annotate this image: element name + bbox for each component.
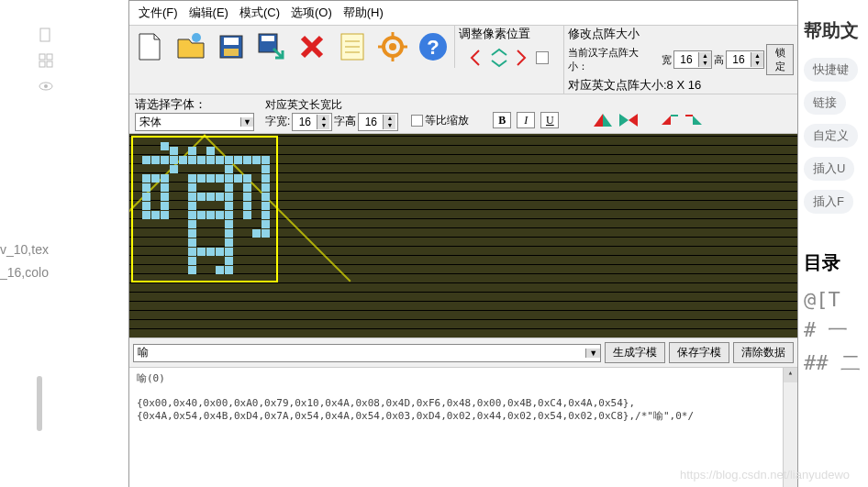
bold-button[interactable]: B: [493, 112, 511, 128]
char-input-combo[interactable]: ▼: [133, 344, 601, 362]
grid-icon[interactable]: [39, 53, 53, 68]
watermark: https://blog.csdn.net/lianyudewo: [680, 468, 850, 481]
scale-checkbox[interactable]: [411, 115, 423, 127]
toc-l1[interactable]: @[T: [804, 288, 862, 311]
saveas-icon[interactable]: [252, 28, 291, 66]
width-spinner[interactable]: ▲▼: [673, 50, 712, 69]
svg-rect-4: [47, 61, 52, 67]
output-header: 喻(0): [137, 371, 790, 385]
tag-custom[interactable]: 自定义: [804, 124, 858, 148]
save-icon[interactable]: [212, 28, 250, 66]
svg-rect-1: [39, 54, 45, 60]
font-combo[interactable]: ▼: [135, 113, 254, 131]
arrow-left-icon[interactable]: [470, 49, 483, 67]
svg-point-6: [44, 84, 48, 88]
italic-button[interactable]: I: [517, 112, 535, 128]
output-line1: {0x00,0x40,0x00,0xA0,0x79,0x10,0x4A,0x08…: [137, 397, 790, 409]
pixel-grid[interactable]: [129, 134, 797, 338]
svg-point-18: [389, 43, 396, 50]
notes-icon[interactable]: [333, 28, 372, 66]
scale-label: 等比缩放: [425, 113, 469, 128]
height-spinner[interactable]: ▲▼: [726, 50, 764, 69]
left-scrollbar[interactable]: [37, 376, 42, 431]
menubar: 文件(F) 编辑(E) 模式(C) 选项(O) 帮助(H): [129, 1, 797, 26]
left-gutter: v_10,tex _16,colo: [0, 0, 92, 487]
help-icon[interactable]: ?: [414, 28, 452, 66]
pixel-adjust-title: 调整像素位置: [459, 26, 560, 42]
en-size-label: 对应英文点阵大小:8 X 16: [568, 77, 794, 94]
menu-edit[interactable]: 编辑(E): [185, 3, 232, 23]
tag-link[interactable]: 链接: [804, 91, 846, 115]
svg-rect-3: [39, 61, 45, 67]
svg-text:?: ?: [427, 36, 439, 59]
svg-rect-12: [262, 36, 274, 41]
rotate-l-icon[interactable]: [658, 112, 680, 128]
toc-title: 目录: [804, 250, 862, 275]
settings-icon[interactable]: [373, 28, 412, 66]
generate-button[interactable]: 生成字模: [605, 342, 665, 363]
toc-l2[interactable]: # 一: [804, 316, 862, 344]
doc-icon[interactable]: [39, 28, 53, 42]
toc-l3[interactable]: ## 二: [804, 349, 862, 377]
lock-button[interactable]: 锁定: [766, 44, 794, 75]
left-label-2: _16,colo: [0, 261, 49, 284]
clear-button[interactable]: 清除数据: [733, 342, 794, 363]
char-height-spinner[interactable]: ▲▼: [358, 113, 398, 131]
menu-file[interactable]: 文件(F): [135, 3, 182, 23]
ratio-label: 对应英文长宽比: [265, 97, 398, 113]
size-title: 修改点阵大小: [568, 26, 794, 42]
arrow-down-icon[interactable]: [490, 59, 508, 68]
font-label: 请选择字体：: [135, 96, 254, 113]
svg-point-7: [192, 33, 201, 42]
menu-help[interactable]: 帮助(H): [339, 3, 387, 23]
svg-rect-9: [224, 38, 239, 45]
char-height-label: 字高: [334, 114, 356, 129]
flip-h-icon[interactable]: [592, 112, 614, 128]
width-label: 宽: [662, 53, 672, 67]
char-width-label: 字宽:: [265, 114, 290, 129]
tag-shortcut[interactable]: 快捷键: [804, 58, 858, 82]
output-line2: {0x4A,0x54,0x4B,0xD4,0x7A,0x54,0x4A,0x54…: [137, 409, 790, 423]
underline-button[interactable]: U: [540, 112, 559, 128]
svg-rect-0: [40, 28, 50, 41]
new-icon[interactable]: [131, 28, 170, 66]
arrow-right-icon[interactable]: [516, 49, 529, 67]
tag-insert-u[interactable]: 插入U: [804, 157, 854, 181]
flip-v-icon[interactable]: [618, 112, 640, 128]
menu-option[interactable]: 选项(O): [287, 3, 336, 23]
sidebar-title: 帮助文: [804, 18, 862, 43]
height-label: 高: [714, 53, 724, 67]
right-sidebar: 帮助文 快捷键 链接 自定义 插入U 插入F 目录 @[T # 一 ## 二: [798, 0, 868, 487]
app-window: 文件(F) 编辑(E) 模式(C) 选项(O) 帮助(H) ? 调整像素位置: [128, 0, 798, 487]
toolbar-main: ?: [129, 26, 454, 68]
current-size-label: 当前汉字点阵大小：: [568, 46, 651, 73]
svg-rect-10: [224, 49, 239, 56]
tag-insert-f[interactable]: 插入F: [804, 190, 853, 214]
eye-icon[interactable]: [39, 79, 53, 94]
rotate-r-icon[interactable]: [684, 112, 706, 128]
pixel-reset-icon[interactable]: [536, 51, 549, 64]
arrow-up-icon[interactable]: [490, 48, 508, 57]
svg-rect-2: [47, 54, 52, 60]
delete-icon[interactable]: [293, 28, 331, 66]
save-font-button[interactable]: 保存字模: [669, 342, 729, 363]
left-label-1: v_10,tex: [0, 238, 49, 261]
menu-mode[interactable]: 模式(C): [236, 3, 284, 23]
char-width-spinner[interactable]: ▲▼: [292, 113, 332, 131]
open-icon[interactable]: [172, 28, 210, 66]
